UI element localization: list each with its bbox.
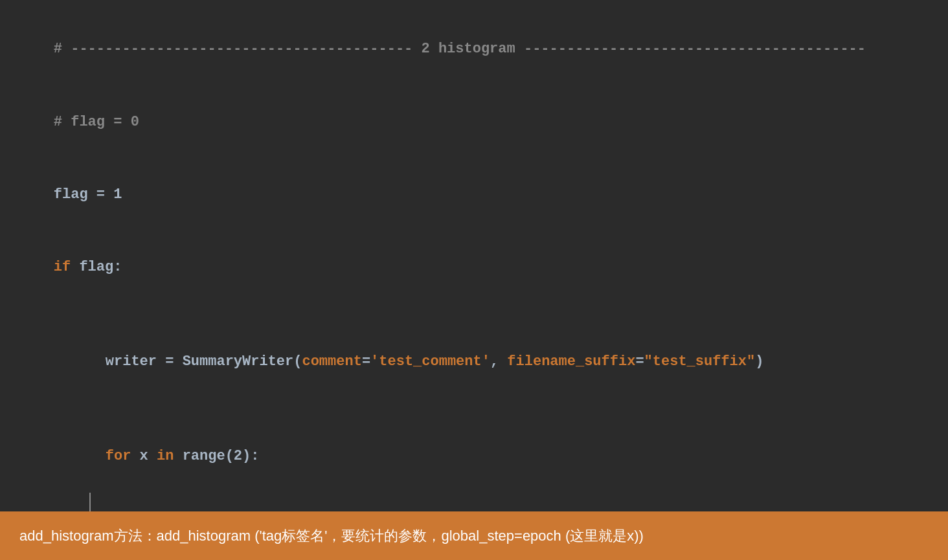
empty-line-1 [19, 304, 929, 326]
empty-line-3 [19, 493, 929, 511]
code-line-6: for x in range(2): [19, 420, 929, 493]
code-line-3: flag = 1 [19, 158, 929, 230]
code-area: # --------------------------------------… [0, 0, 948, 511]
code-line-1: # --------------------------------------… [19, 13, 929, 85]
empty-line-2 [19, 398, 929, 420]
bottom-bar: add_histogram方法：add_histogram ('tag标签名'，… [0, 511, 948, 560]
vertical-bar [89, 493, 91, 511]
bottom-text: add_histogram方法：add_histogram ('tag标签名'，… [19, 526, 644, 546]
code-line-5: writer = SummaryWriter(comment='test_com… [19, 326, 929, 398]
code-line-2: # flag = 0 [19, 85, 929, 158]
code-line-4: if flag: [19, 231, 929, 304]
for-block: np.random.seed(x) data_union = np.arange… [19, 493, 929, 511]
